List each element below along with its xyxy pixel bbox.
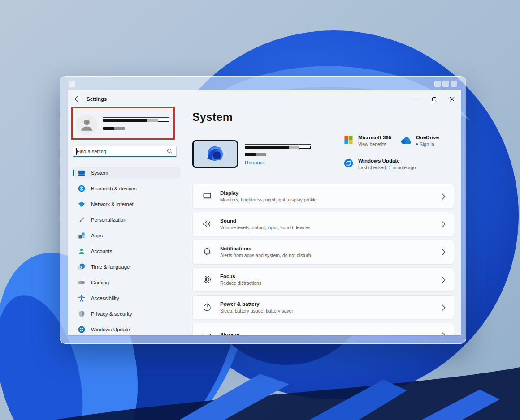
chevron-right-icon — [442, 193, 446, 200]
sidebar-item-time-language[interactable]: Time & language — [73, 261, 180, 273]
sidebar-item-privacy-security[interactable]: Privacy & security — [73, 308, 180, 320]
card-title: Sound — [220, 218, 442, 223]
card-title: Notifications — [220, 246, 442, 251]
text-cursor — [76, 148, 77, 155]
status-windows-update[interactable]: Windows Update Last checked: 1 minute ag… — [342, 158, 416, 170]
sidebar-item-label: Accounts — [91, 249, 112, 254]
status-title: Microsoft 365 — [358, 135, 391, 140]
redaction-bar-email — [103, 127, 169, 130]
sidebar-item-accounts[interactable]: Accounts — [73, 245, 180, 257]
sidebar-item-gaming[interactable]: Gaming — [73, 277, 180, 288]
system-icon — [78, 169, 85, 176]
storage-icon — [202, 330, 213, 336]
chevron-right-icon — [442, 249, 446, 255]
card-focus[interactable]: Focus Reduce distractions — [192, 267, 454, 292]
sidebar-item-system[interactable]: System — [73, 167, 180, 179]
windows-update-icon — [342, 158, 354, 170]
accessibility-icon — [78, 295, 85, 302]
frame-minimize-placeholder — [434, 81, 441, 87]
maximize-button[interactable] — [425, 90, 443, 108]
status-onedrive[interactable]: OneDrive Sign In — [400, 135, 439, 147]
chevron-right-icon — [442, 332, 446, 336]
sidebar-item-label: Privacy & security — [91, 311, 132, 317]
card-title: Focus — [220, 274, 442, 279]
personalization-icon — [78, 216, 85, 223]
card-power-battery[interactable]: Power & battery Sleep, battery usage, ba… — [192, 295, 454, 320]
sidebar-item-label: Personalization — [91, 217, 126, 223]
card-display[interactable]: Display Monitors, brightness, night ligh… — [192, 184, 454, 209]
gaming-icon — [78, 279, 85, 286]
sidebar-item-label: Windows Update — [91, 327, 130, 332]
settings-window: Settings — [68, 90, 461, 335]
status-subtitle[interactable]: Last checked: 1 minute ago — [358, 165, 416, 170]
status-subtitle[interactable]: View benefits — [358, 141, 386, 147]
sidebar-item-label: Time & language — [91, 264, 130, 270]
device-name-redacted — [245, 144, 311, 156]
display-icon — [202, 191, 213, 202]
chevron-right-icon — [442, 304, 446, 311]
network-icon — [78, 201, 85, 208]
bullet-dot — [416, 143, 418, 145]
frame-app-icon-placeholder — [69, 81, 75, 87]
sidebar-item-accessibility[interactable]: Accessibility — [73, 292, 180, 304]
card-storage[interactable]: Storage — [192, 323, 454, 335]
sidebar-item-bluetooth-devices[interactable]: Bluetooth & devices — [73, 183, 180, 194]
account-name-redacted — [103, 117, 169, 130]
window-title: Settings — [87, 96, 107, 102]
windows-update-icon — [78, 326, 85, 333]
status-title: Windows Update — [358, 158, 416, 163]
frame-close-placeholder — [451, 81, 457, 87]
status-subtitle[interactable]: Sign In — [420, 141, 434, 147]
sidebar-item-label: Gaming — [91, 280, 109, 285]
sidebar-item-personalization[interactable]: Personalization — [73, 214, 180, 226]
search-input[interactable] — [73, 149, 167, 154]
redaction-line — [245, 144, 311, 145]
close-button[interactable] — [443, 90, 461, 108]
back-button[interactable] — [74, 96, 82, 102]
time-language-icon — [78, 263, 85, 270]
card-subtitle: Sleep, battery usage, battery saver — [220, 308, 442, 313]
search-icon[interactable] — [167, 148, 173, 154]
card-subtitle: Alerts from apps and system, do not dist… — [220, 253, 442, 258]
user-avatar[interactable] — [76, 114, 97, 135]
sidebar-item-apps[interactable]: Apps — [73, 230, 180, 241]
search-box[interactable] — [73, 146, 177, 157]
sound-icon — [202, 219, 213, 230]
minimize-button[interactable] — [407, 90, 425, 108]
redaction-line — [103, 117, 169, 118]
sidebar-item-label: System — [91, 170, 108, 176]
status-title: OneDrive — [416, 135, 439, 140]
rename-link[interactable]: Rename — [245, 160, 264, 165]
bluetooth-icon — [78, 185, 85, 192]
redaction-bar-device-name — [245, 146, 311, 149]
sidebar-nav: System Bluetooth & devices Network & int… — [73, 167, 180, 335]
card-notifications[interactable]: Notifications Alerts from apps and syste… — [192, 240, 454, 264]
close-icon — [450, 97, 455, 102]
page-title: System — [192, 111, 233, 124]
onedrive-icon — [400, 135, 412, 147]
microsoft-logo — [342, 135, 354, 147]
maximize-icon — [432, 97, 436, 101]
card-sound[interactable]: Sound Volume levels, output, input, soun… — [192, 212, 454, 236]
titlebar: Settings — [68, 90, 461, 108]
sidebar-item-network-internet[interactable]: Network & internet — [73, 198, 180, 210]
card-title: Power & battery — [220, 301, 442, 307]
redaction-bar-device-model — [245, 153, 311, 156]
settings-cards: Display Monitors, brightness, night ligh… — [192, 184, 454, 335]
card-subtitle: Monitors, brightness, night light, displ… — [220, 197, 442, 202]
card-title: Storage — [220, 332, 442, 335]
status-microsoft-365[interactable]: Microsoft 365 View benefits — [342, 135, 391, 147]
privacy-icon — [78, 310, 85, 317]
notifications-icon — [202, 247, 213, 257]
redaction-bar-name — [103, 119, 169, 122]
sidebar-item-label: Bluetooth & devices — [91, 186, 137, 191]
device-thumbnail — [192, 140, 238, 168]
minimize-icon — [414, 99, 418, 99]
card-subtitle: Volume levels, output, input, sound devi… — [220, 225, 442, 230]
sidebar-item-label: Network & internet — [91, 201, 134, 207]
sidebar-item-windows-update[interactable]: Windows Update — [73, 324, 180, 335]
account-highlight-box — [71, 107, 175, 140]
frame-maximize-placeholder — [442, 81, 449, 87]
card-title: Display — [220, 190, 442, 196]
chevron-right-icon — [442, 277, 446, 283]
